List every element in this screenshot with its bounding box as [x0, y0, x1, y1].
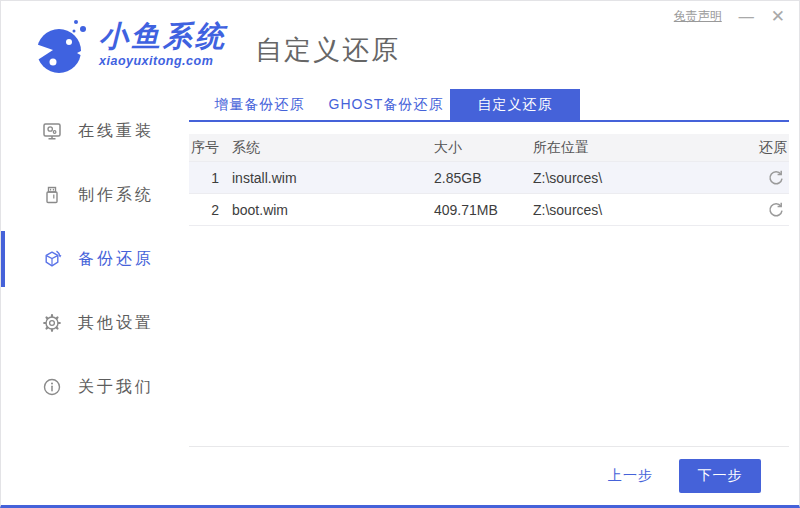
refresh-icon: [767, 201, 785, 219]
disclaimer-link[interactable]: 免责声明: [674, 8, 722, 25]
restore-button[interactable]: [765, 167, 787, 189]
sidebar-item-label: 在线重装: [78, 121, 154, 142]
minimize-icon[interactable]: —: [738, 8, 755, 25]
sidebar: 在线重装 制作系统 备份还原: [1, 89, 189, 505]
tab-bar: 增量备份还原 GHOST备份还原 自定义还原: [189, 89, 789, 122]
cell-location: Z:\sources\: [533, 202, 733, 218]
cell-system: boot.wim: [219, 202, 434, 218]
table-row: 2 boot.wim 409.71MB Z:\sources\: [189, 194, 789, 226]
col-header-restore: 还原: [733, 139, 789, 157]
monitor-icon: [41, 120, 63, 142]
sidebar-item-label: 备份还原: [78, 249, 154, 270]
tab-ghost-backup-restore[interactable]: GHOST备份还原: [322, 89, 450, 120]
usb-icon: [41, 184, 63, 206]
tab-custom-restore[interactable]: 自定义还原: [450, 89, 580, 120]
sidebar-item-backup-restore[interactable]: 备份还原: [1, 227, 189, 291]
restore-button[interactable]: [765, 199, 787, 221]
sidebar-item-make-system[interactable]: 制作系统: [1, 163, 189, 227]
window-controls: 免责声明 — ✕: [674, 8, 785, 25]
cell-index: 1: [189, 170, 219, 186]
table-row: 1 install.wim 2.85GB Z:\sources\: [189, 162, 789, 194]
page-title: 自定义还原: [255, 32, 400, 68]
cell-size: 2.85GB: [434, 170, 533, 186]
footer-bar: 上一步 下一步: [189, 446, 789, 505]
sidebar-item-other-settings[interactable]: 其他设置: [1, 291, 189, 355]
sidebar-item-label: 制作系统: [78, 185, 154, 206]
backup-table: 序号 系统 大小 所在位置 还原 1 install.wim 2.85GB Z:…: [189, 134, 789, 226]
fish-logo-icon: [33, 15, 89, 75]
content-spacer: [189, 226, 789, 446]
previous-step-button[interactable]: 上一步: [608, 467, 653, 485]
col-header-location: 所在位置: [533, 139, 733, 157]
refresh-icon: [767, 169, 785, 187]
table-header-row: 序号 系统 大小 所在位置 还原: [189, 134, 789, 162]
app-window: 小鱼系统 xiaoyuxitong.com 自定义还原 免责声明 — ✕ 在线重…: [0, 0, 800, 508]
sidebar-item-label: 关于我们: [78, 377, 154, 398]
cell-size: 409.71MB: [434, 202, 533, 218]
sidebar-item-label: 其他设置: [78, 313, 154, 334]
backup-cube-icon: [41, 248, 63, 270]
content-panel: 增量备份还原 GHOST备份还原 自定义还原 序号 系统 大小 所在位置 还原 …: [189, 89, 799, 505]
main-body: 在线重装 制作系统 备份还原: [1, 89, 799, 505]
brand-logo: 小鱼系统 xiaoyuxitong.com: [33, 15, 227, 75]
cell-system: install.wim: [219, 170, 434, 186]
cell-index: 2: [189, 202, 219, 218]
close-icon[interactable]: ✕: [771, 8, 785, 25]
sidebar-item-online-reinstall[interactable]: 在线重装: [1, 99, 189, 163]
cell-location: Z:\sources\: [533, 170, 733, 186]
col-header-system: 系统: [219, 139, 434, 157]
sidebar-item-about-us[interactable]: 关于我们: [1, 355, 189, 419]
info-icon: [41, 376, 63, 398]
col-header-size: 大小: [434, 139, 533, 157]
brand-text: 小鱼系统 xiaoyuxitong.com: [99, 22, 227, 68]
brand-domain: xiaoyuxitong.com: [99, 55, 227, 68]
col-header-index: 序号: [189, 139, 219, 157]
gear-icon: [41, 312, 63, 334]
next-step-button[interactable]: 下一步: [679, 459, 761, 493]
header: 小鱼系统 xiaoyuxitong.com 自定义还原 免责声明 — ✕: [1, 1, 799, 89]
tab-incremental-backup-restore[interactable]: 增量备份还原: [197, 89, 322, 120]
brand-name: 小鱼系统: [99, 22, 227, 51]
